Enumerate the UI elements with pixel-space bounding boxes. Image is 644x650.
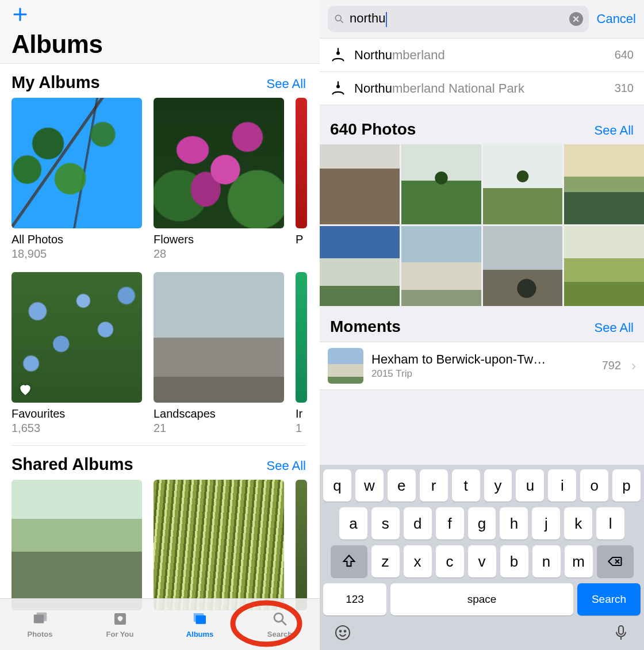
shared-album-peek[interactable]: [296, 480, 307, 610]
key-shift[interactable]: [331, 545, 367, 578]
key-r[interactable]: r: [420, 469, 448, 502]
key-e[interactable]: e: [388, 469, 416, 502]
album-thumb: [154, 480, 284, 610]
key-f[interactable]: f: [436, 507, 464, 540]
key-z[interactable]: z: [371, 545, 400, 578]
for-you-icon: [110, 610, 130, 628]
album-thumb: [154, 272, 284, 403]
my-albums-title: My Albums: [12, 73, 100, 92]
moment-title: Hexham to Berwick-upon-Tw…: [371, 352, 555, 367]
key-i[interactable]: i: [548, 469, 576, 502]
clear-search-button[interactable]: ✕: [569, 12, 583, 26]
moments-see-all[interactable]: See All: [595, 320, 634, 335]
album-all-photos[interactable]: All Photos 18,905: [12, 98, 142, 261]
key-k[interactable]: k: [564, 507, 592, 540]
suggestion-row[interactable]: Northumberland National Park 310: [320, 72, 644, 105]
key-b[interactable]: b: [500, 545, 528, 578]
location-pin-icon: [330, 47, 346, 63]
shared-album[interactable]: [154, 480, 284, 610]
add-album-button[interactable]: [12, 6, 308, 26]
shared-album[interactable]: [12, 480, 142, 610]
album-name: P: [296, 233, 307, 246]
svg-point-10: [336, 626, 350, 640]
photo-thumb[interactable]: [483, 144, 563, 224]
album-name: Ir: [296, 407, 307, 420]
key-a[interactable]: a: [339, 507, 367, 540]
key-o[interactable]: o: [580, 469, 608, 502]
suggestion-text: Northumberland National Park: [354, 81, 615, 96]
tab-label: Photos: [27, 630, 52, 638]
key-u[interactable]: u: [516, 469, 544, 502]
album-count: 18,905: [12, 247, 142, 261]
svg-rect-13: [619, 626, 623, 634]
photo-thumb[interactable]: [320, 144, 400, 224]
emoji-button[interactable]: [334, 624, 352, 644]
key-q[interactable]: q: [323, 469, 351, 502]
tab-photos[interactable]: Photos: [0, 599, 80, 650]
album-favourites[interactable]: Favourites 1,653: [12, 272, 142, 435]
key-l[interactable]: l: [596, 507, 624, 540]
key-backspace[interactable]: [597, 545, 634, 578]
key-c[interactable]: c: [436, 545, 464, 578]
album-name: Flowers: [154, 233, 284, 246]
shift-icon: [341, 553, 357, 569]
dictation-button[interactable]: [612, 624, 630, 644]
key-v[interactable]: v: [468, 545, 496, 578]
photo-thumb[interactable]: [401, 226, 481, 306]
suggestion-count: 640: [615, 48, 634, 62]
albums-header: Albums: [0, 0, 320, 64]
key-p[interactable]: p: [612, 469, 641, 502]
key-d[interactable]: d: [404, 507, 432, 540]
photo-thumb[interactable]: [320, 226, 400, 306]
key-t[interactable]: t: [452, 469, 480, 502]
search-input[interactable]: northu ✕: [328, 6, 589, 32]
key-h[interactable]: h: [500, 507, 528, 540]
key-space[interactable]: space: [390, 583, 573, 615]
shared-albums-see-all[interactable]: See All: [267, 458, 306, 473]
album-name: Favourites: [12, 407, 142, 420]
key-m[interactable]: m: [565, 545, 593, 578]
key-s[interactable]: s: [371, 507, 400, 540]
key-search[interactable]: Search: [577, 583, 641, 615]
album-peek[interactable]: P: [296, 98, 307, 261]
tab-albums[interactable]: Albums: [160, 599, 240, 650]
album-landscapes[interactable]: Landscapes 21: [154, 272, 284, 435]
album-count: 21: [154, 422, 284, 435]
cancel-button[interactable]: Cancel: [597, 12, 636, 26]
album-peek[interactable]: Ir 1: [296, 272, 307, 435]
album-thumb: [12, 272, 142, 403]
moment-row[interactable]: Hexham to Berwick-upon-Tw… 2015 Trip 792…: [320, 342, 644, 390]
key-y[interactable]: y: [484, 469, 512, 502]
my-albums-see-all[interactable]: See All: [267, 77, 306, 91]
album-count: 1,653: [12, 422, 142, 435]
key-g[interactable]: g: [468, 507, 496, 540]
photo-thumb[interactable]: [483, 226, 563, 306]
album-thumb: [12, 480, 142, 610]
album-thumb: [296, 480, 307, 610]
photo-thumb[interactable]: [564, 226, 644, 306]
tab-for-you[interactable]: For You: [80, 599, 160, 650]
svg-rect-4: [193, 613, 204, 622]
album-thumb: [296, 98, 307, 228]
key-n[interactable]: n: [532, 545, 561, 578]
key-j[interactable]: j: [532, 507, 560, 540]
photo-thumb[interactable]: [564, 144, 644, 224]
album-name: Landscapes: [154, 407, 284, 420]
location-pin-icon: [330, 81, 346, 97]
moments-title: Moments: [330, 318, 401, 336]
shared-albums-title: Shared Albums: [12, 455, 133, 474]
suggestion-row[interactable]: Northumberland 640: [320, 39, 644, 72]
photos-see-all[interactable]: See All: [595, 123, 634, 138]
key-numbers[interactable]: 123: [323, 583, 386, 615]
keyboard: qwertyuiop asdfghjkl zxcvbnm 123 space S…: [320, 465, 644, 650]
album-count: 1: [296, 422, 307, 435]
album-flowers[interactable]: Flowers 28: [154, 98, 284, 261]
annotation-circle: [229, 599, 304, 648]
albums-screen: Albums My Albums See All All Photos 18,9…: [0, 0, 320, 650]
svg-point-12: [344, 630, 346, 632]
search-query: northu: [350, 11, 387, 26]
key-w[interactable]: w: [355, 469, 384, 502]
photo-thumb[interactable]: [401, 144, 481, 224]
key-x[interactable]: x: [404, 545, 432, 578]
svg-point-6: [233, 603, 300, 644]
